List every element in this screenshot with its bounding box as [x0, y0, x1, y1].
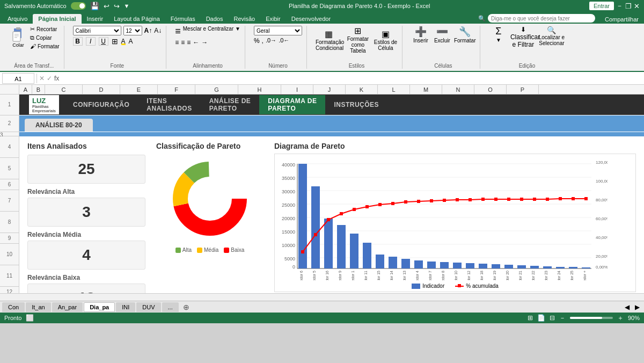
- italic-button[interactable]: I: [86, 37, 96, 46]
- indent-increase-icon[interactable]: →: [201, 39, 208, 46]
- cell-styles-btn[interactable]: ▣ Estilos deCélula: [374, 29, 398, 51]
- share-label[interactable]: Compartilhar: [599, 15, 644, 24]
- page-break-icon[interactable]: ⊟: [550, 314, 555, 322]
- bold-button[interactable]: B: [73, 37, 83, 46]
- col-c[interactable]: C: [45, 85, 83, 94]
- align-right-icon[interactable]: ≡: [187, 39, 191, 46]
- confirm-formula-icon[interactable]: ✓: [47, 75, 52, 82]
- col-e[interactable]: E: [120, 85, 158, 94]
- horizontal-scrollbar[interactable]: [0, 293, 644, 301]
- conditional-format-btn[interactable]: ▦ FormataçãoCondicional: [316, 29, 342, 51]
- tab-arquivo[interactable]: Arquivo: [2, 14, 33, 24]
- tab-exibir[interactable]: Exibir: [260, 14, 286, 24]
- nav-instrucoes[interactable]: INSTRUÇÕES: [325, 99, 387, 111]
- minimize-icon[interactable]: －: [616, 1, 623, 11]
- insert-function-icon[interactable]: fx: [54, 75, 59, 82]
- col-b[interactable]: B: [32, 85, 45, 94]
- tab-diapa[interactable]: Dia_pa: [84, 302, 115, 312]
- col-k[interactable]: K: [346, 85, 378, 94]
- nav-diagrama[interactable]: DIAGRAMA DEPARETO: [259, 95, 325, 114]
- zoom-in-icon[interactable]: ＋: [617, 314, 624, 323]
- indent-decrease-icon[interactable]: ←: [193, 39, 199, 46]
- col-j[interactable]: J: [313, 85, 346, 94]
- col-i[interactable]: I: [281, 85, 313, 94]
- increase-decimal-icon[interactable]: .0→: [266, 37, 276, 45]
- nav-analise[interactable]: ANÁLISE DEPARETO: [201, 95, 260, 114]
- autosave-toggle[interactable]: [71, 2, 86, 10]
- redo-icon[interactable]: ↪: [114, 2, 120, 10]
- search-input[interactable]: [488, 14, 595, 23]
- col-l[interactable]: L: [378, 85, 410, 94]
- wrap-text-icon[interactable]: ≡: [175, 26, 181, 37]
- name-box[interactable]: A1: [2, 73, 34, 84]
- sum-btn[interactable]: Σ ▼: [489, 26, 508, 48]
- format-btn[interactable]: 🔧 Formatar: [454, 26, 475, 43]
- paste-icon[interactable]: Colar: [9, 26, 28, 49]
- save-icon[interactable]: 💾: [90, 2, 99, 10]
- col-g[interactable]: G: [195, 85, 238, 94]
- scroll-left-icon[interactable]: ◀: [623, 303, 632, 311]
- tab-anpar[interactable]: An_par: [52, 302, 83, 312]
- merge-center-icon[interactable]: Mesclar e Centralizar ▼: [183, 26, 240, 37]
- tab-dados[interactable]: Dados: [201, 14, 229, 24]
- comma-icon[interactable]: ,: [262, 37, 264, 45]
- more-icon[interactable]: ▼: [124, 3, 130, 9]
- tab-desenvolvedor[interactable]: Desenvolvedor: [286, 14, 336, 24]
- close-icon[interactable]: ✕: [634, 2, 640, 10]
- font-color-icon[interactable]: A: [129, 38, 133, 45]
- tab-inserir[interactable]: Inserir: [82, 14, 109, 24]
- tab-con[interactable]: Con: [2, 302, 25, 312]
- cancel-formula-icon[interactable]: ✕: [39, 75, 45, 82]
- format-painter-icon[interactable]: 🖌 Formatar: [30, 43, 60, 49]
- increase-font-icon[interactable]: A↑: [144, 27, 152, 34]
- col-m[interactable]: M: [410, 85, 442, 94]
- border-icon[interactable]: ⊞: [112, 37, 118, 46]
- restore-icon[interactable]: ❐: [625, 2, 632, 10]
- col-f[interactable]: F: [158, 85, 195, 94]
- add-sheet-icon[interactable]: ⊕: [180, 303, 193, 311]
- col-o[interactable]: O: [474, 85, 507, 94]
- copy-icon[interactable]: ⧉ Copiar: [30, 34, 60, 41]
- font-size-select[interactable]: 12: [123, 26, 142, 35]
- tab-duv[interactable]: DUV: [136, 302, 160, 312]
- tab-pagina-inicial[interactable]: Página Inicial: [33, 14, 81, 24]
- zoom-slider[interactable]: [570, 317, 613, 319]
- col-n[interactable]: N: [442, 85, 474, 94]
- col-d[interactable]: D: [83, 85, 120, 94]
- underline-button[interactable]: U: [99, 37, 108, 46]
- decrease-decimal-icon[interactable]: .0←: [279, 37, 289, 45]
- cut-icon[interactable]: ✂ Recortar: [30, 26, 60, 33]
- format-table-btn[interactable]: ⊞ Formatar comoTabela: [345, 26, 371, 54]
- tab-formulas[interactable]: Fórmulas: [165, 14, 201, 24]
- decrease-font-icon[interactable]: A↓: [154, 27, 162, 34]
- align-center-icon[interactable]: ≡: [181, 39, 185, 46]
- fill-color-icon[interactable]: A: [121, 38, 126, 45]
- tab-revisao[interactable]: Revisão: [228, 14, 260, 24]
- font-family-select[interactable]: Calibri: [73, 26, 121, 35]
- delete-btn[interactable]: ➖ Excluir: [433, 26, 452, 43]
- zoom-out-icon[interactable]: －: [559, 314, 566, 323]
- tab-itan[interactable]: It_an: [26, 302, 50, 312]
- nav-configuracao[interactable]: CONFIGURAÇÃO: [64, 99, 138, 111]
- col-a[interactable]: A: [19, 85, 32, 94]
- find-btn[interactable]: 🔍 Localizar eSelecionar: [538, 26, 565, 48]
- analise-tab[interactable]: ANÁLISE 80-20: [25, 119, 93, 132]
- undo-icon[interactable]: ↩: [104, 2, 109, 10]
- tab-layout[interactable]: Layout da Página: [108, 14, 165, 24]
- zoom-level[interactable]: 90%: [628, 315, 640, 321]
- nav-itens[interactable]: ITENSANALISADOS: [138, 95, 200, 114]
- percent-icon[interactable]: %: [254, 37, 260, 45]
- page-layout-icon[interactable]: 📄: [537, 314, 545, 322]
- entrar-button[interactable]: Entrar: [589, 2, 614, 10]
- col-h[interactable]: H: [238, 85, 281, 94]
- formula-input[interactable]: [61, 73, 642, 84]
- tab-ini[interactable]: INI: [116, 302, 135, 312]
- normal-view-icon[interactable]: ⊞: [528, 314, 533, 322]
- scroll-right-icon[interactable]: ▶: [633, 303, 642, 311]
- fill-btn[interactable]: ⬇ Classificare Filtrar: [510, 26, 536, 48]
- align-left-icon[interactable]: ≡: [175, 39, 179, 46]
- tab-more[interactable]: ...: [162, 302, 179, 312]
- insert-btn[interactable]: ➕ Inserir: [411, 26, 430, 43]
- number-format-select[interactable]: Geral: [254, 26, 302, 35]
- col-p[interactable]: P: [507, 85, 539, 94]
